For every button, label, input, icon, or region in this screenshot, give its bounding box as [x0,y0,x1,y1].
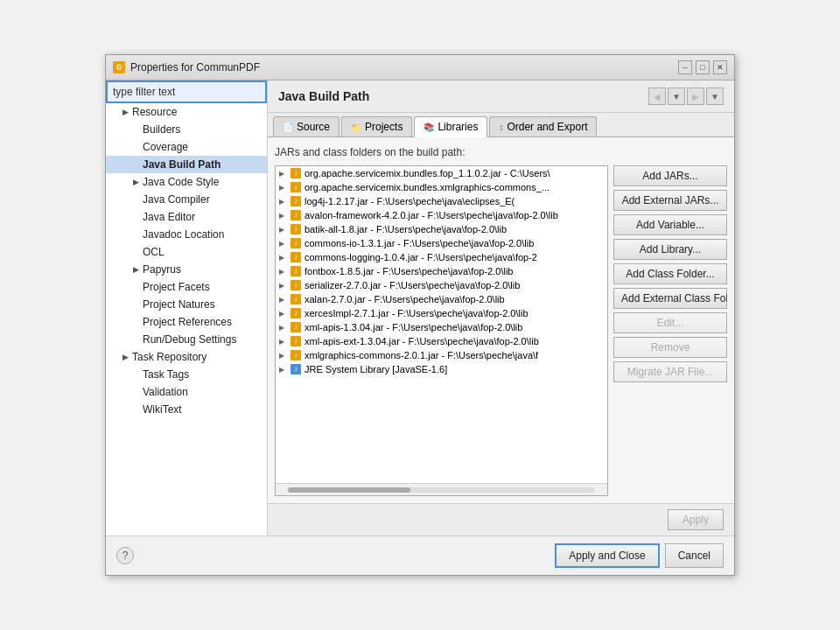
jar-label-9: xalan-2.7.0.jar - F:\Users\peche\java\fo… [304,294,505,304]
add-jars-button[interactable]: Add JARs... [613,165,727,186]
sidebar-item-label-project-references: Project References [141,315,234,329]
title-bar-left: ⚙ Properties for CommunPDF [113,61,260,74]
nav-arrows: ◀ ▼ ▶ ▼ [648,88,724,105]
tab-source-label: Source [297,121,330,133]
jar-list-inner[interactable]: ▶ J org.apache.servicemix.bundles.fop_1.… [276,166,607,483]
tab-projects[interactable]: 📁 Projects [341,116,412,136]
jar-icon-12: J [290,335,302,347]
jar-label-11: xml-apis-1.3.04.jar - F:\Users\peche\jav… [304,322,522,332]
window-icon: ⚙ [113,61,125,74]
jar-label-8: serializer-2.7.0.jar - F:\Users\peche\ja… [304,280,520,290]
sidebar-item-project-references[interactable]: Project References [106,313,267,331]
sidebar-item-label-resource: Resource [130,105,178,119]
jars-description: JARs and class folders on the build path… [275,144,727,160]
nav-forward-button[interactable]: ▶ [687,88,704,105]
sidebar-item-resource[interactable]: ▶ Resource [106,103,267,121]
expand-arrow-project-natures [130,299,141,310]
jar-item-0[interactable]: ▶ J org.apache.servicemix.bundles.fop_1.… [276,166,607,180]
projects-tab-icon: 📁 [351,122,361,132]
expand-arrow-java-compiler [130,194,141,205]
sidebar-item-coverage[interactable]: Coverage [106,138,267,156]
expand-arrow-validation [130,387,141,397]
add-library-button[interactable]: Add Library... [613,239,727,260]
sidebar-item-run-debug[interactable]: Run/Debug Settings [106,331,267,348]
add-external-jars-button[interactable]: Add External JARs... [613,190,727,211]
nav-back-button[interactable]: ◀ [648,88,666,105]
expand-arrow-task-tags [130,369,141,380]
tab-libraries[interactable]: 📚 Libraries [414,116,487,137]
expand-arrow-javadoc-location [130,229,141,240]
jar-expand-14: ▶ [279,366,290,374]
jar-item-5[interactable]: ▶ J commons-io-1.3.1.jar - F:\Users\pech… [276,236,607,250]
jar-item-2[interactable]: ▶ J log4j-1.2.17.jar - F:\Users\peche\ja… [276,194,607,208]
sidebar-item-papyrus[interactable]: ▶ Papyrus [106,261,267,278]
sidebar-item-java-compiler[interactable]: Java Compiler [106,191,267,208]
sidebar-item-javadoc-location[interactable]: Javadoc Location [106,226,267,243]
sidebar-item-label-wikitext: WikiText [141,402,184,416]
sidebar-item-label-task-tags: Task Tags [141,368,191,382]
jar-expand-0: ▶ [279,170,290,178]
scrollbar-thumb[interactable] [288,487,410,493]
jar-item-3[interactable]: ▶ J avalon-framework-4.2.0.jar - F:\User… [276,208,607,222]
jar-item-8[interactable]: ▶ J serializer-2.7.0.jar - F:\Users\pech… [276,278,607,292]
jar-icon-10: J [290,307,302,319]
apply-button[interactable]: Apply [668,509,724,530]
jar-item-9[interactable]: ▶ J xalan-2.7.0.jar - F:\Users\peche\jav… [276,292,607,306]
jar-item-14[interactable]: ▶ J JRE System Library [JavaSE-1.6] [276,362,607,376]
expand-arrow-resource: ▶ [120,107,130,117]
footer-buttons: Apply and Close Cancel [555,543,724,568]
sidebar-item-java-code-style[interactable]: ▶ Java Code Style [106,173,267,191]
jar-expand-2: ▶ [279,198,290,206]
jar-label-0: org.apache.servicemix.bundles.fop_1.1.0.… [304,168,550,178]
nav-dropdown-button[interactable]: ▼ [668,88,685,105]
tab-source[interactable]: 📄 Source [273,116,340,136]
remove-button[interactable]: Remove [613,337,727,358]
jar-label-6: commons-logging-1.0.4.jar - F:\Users\pec… [304,252,537,262]
sidebar-item-java-build-path[interactable]: Java Build Path [106,156,267,173]
sidebar-item-project-natures[interactable]: Project Natures [106,296,267,313]
expand-arrow-wikitext [130,404,141,415]
jar-icon-11: J [290,321,302,333]
cancel-button[interactable]: Cancel [665,543,724,568]
sidebar-item-label-run-debug: Run/Debug Settings [141,332,238,346]
minimize-button[interactable]: – [678,60,692,74]
scrollbar-track[interactable] [288,487,595,493]
expand-arrow-project-references [130,317,141,327]
close-button[interactable]: ✕ [713,60,727,74]
tab-order-export[interactable]: ↕ Order and Export [489,116,597,136]
sidebar-item-builders[interactable]: Builders [106,121,267,138]
source-tab-icon: 📄 [283,122,293,132]
jar-item-10[interactable]: ▶ J xercesImpl-2.7.1.jar - F:\Users\pech… [276,306,607,320]
jar-expand-12: ▶ [279,338,290,346]
sidebar: ▶ Resource Builders Coverage Java Build … [106,80,268,536]
migrate-jar-file-button[interactable]: Migrate JAR File... [613,361,727,382]
sidebar-item-project-facets[interactable]: Project Facets [106,278,267,296]
filter-input[interactable] [106,80,267,103]
jar-item-7[interactable]: ▶ J fontbox-1.8.5.jar - F:\Users\peche\j… [276,264,607,278]
jar-item-11[interactable]: ▶ J xml-apis-1.3.04.jar - F:\Users\peche… [276,320,607,334]
add-variable-button[interactable]: Add Variable... [613,214,727,235]
maximize-button[interactable]: □ [696,60,710,74]
add-class-folder-button[interactable]: Add Class Folder... [613,263,727,284]
jar-icon-6: J [290,251,302,263]
sidebar-item-java-editor[interactable]: Java Editor [106,208,267,226]
jar-item-12[interactable]: ▶ J xml-apis-ext-1.3.04.jar - F:\Users\p… [276,334,607,348]
jar-item-6[interactable]: ▶ J commons-logging-1.0.4.jar - F:\Users… [276,250,607,264]
sidebar-item-wikitext[interactable]: WikiText [106,401,267,418]
jar-item-1[interactable]: ▶ J org.apache.servicemix.bundles.xmlgra… [276,180,607,194]
sidebar-item-validation[interactable]: Validation [106,383,267,401]
jar-item-4[interactable]: ▶ J batik-all-1.8.jar - F:\Users\peche\j… [276,222,607,236]
add-external-class-folder-button[interactable]: Add External Class Folder... [613,288,727,309]
nav-menu-button[interactable]: ▼ [706,88,724,105]
expand-arrow-ocl [130,247,141,257]
sidebar-item-label-project-natures: Project Natures [141,298,217,312]
jar-label-3: avalon-framework-4.2.0.jar - F:\Users\pe… [304,210,558,220]
sidebar-item-task-tags[interactable]: Task Tags [106,366,267,383]
horizontal-scrollbar[interactable] [276,483,607,495]
sidebar-item-ocl[interactable]: OCL [106,243,267,261]
help-button[interactable]: ? [116,547,134,564]
apply-and-close-button[interactable]: Apply and Close [555,543,659,568]
sidebar-item-task-repository[interactable]: ▶ Task Repository [106,348,267,366]
jar-item-13[interactable]: ▶ J xmlgraphics-commons-2.0.1.jar - F:\U… [276,348,607,362]
edit-button[interactable]: Edit... [613,312,727,333]
